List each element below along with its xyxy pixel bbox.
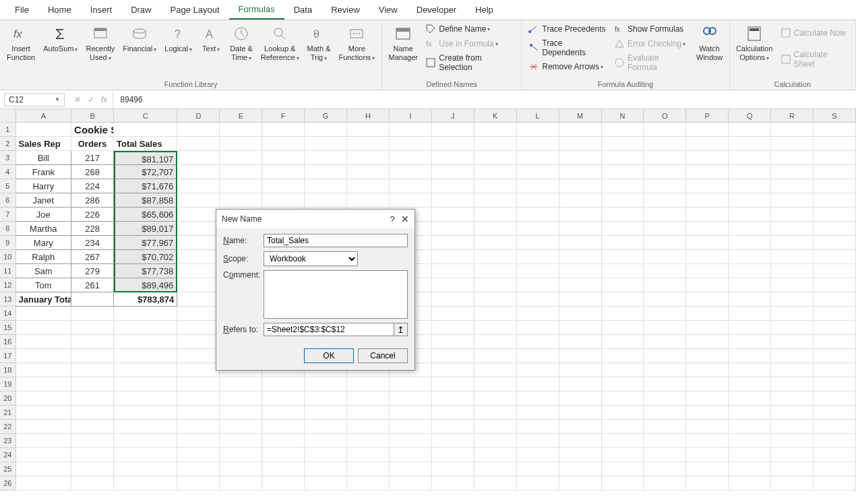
cell[interactable] bbox=[177, 448, 220, 462]
name-box[interactable]: C12 ▼ bbox=[4, 93, 65, 106]
cell[interactable] bbox=[220, 448, 262, 462]
cell[interactable] bbox=[644, 476, 686, 491]
cell[interactable] bbox=[432, 137, 475, 151]
cell[interactable] bbox=[602, 391, 644, 406]
cell[interactable] bbox=[729, 193, 771, 208]
cell[interactable] bbox=[517, 278, 559, 292]
cell[interactable] bbox=[686, 151, 729, 165]
row-header-19[interactable]: 19 bbox=[0, 377, 16, 391]
cell[interactable] bbox=[347, 462, 390, 476]
row-header-6[interactable]: 6 bbox=[0, 193, 16, 208]
cell[interactable] bbox=[644, 193, 686, 208]
cell[interactable] bbox=[559, 448, 602, 462]
cell[interactable] bbox=[475, 292, 517, 307]
menu-tab-review[interactable]: Review bbox=[322, 1, 369, 19]
cell[interactable] bbox=[390, 193, 432, 208]
cell[interactable]: Sam bbox=[16, 264, 72, 278]
cell[interactable]: Bill bbox=[16, 151, 72, 165]
cell[interactable] bbox=[771, 420, 814, 434]
cell[interactable] bbox=[517, 236, 559, 250]
more-functions-button[interactable]: MoreFunctions bbox=[334, 22, 379, 65]
cell[interactable] bbox=[305, 179, 347, 193]
cell[interactable] bbox=[71, 363, 114, 377]
dialog-close-icon[interactable]: ✕ bbox=[401, 214, 409, 224]
cell[interactable] bbox=[559, 462, 602, 476]
cell[interactable] bbox=[177, 476, 220, 491]
cell[interactable] bbox=[559, 250, 602, 264]
cell[interactable] bbox=[559, 123, 602, 137]
cell[interactable] bbox=[517, 335, 559, 349]
cell[interactable] bbox=[814, 151, 856, 165]
cell[interactable] bbox=[602, 307, 644, 321]
cell[interactable] bbox=[814, 448, 856, 462]
cell[interactable] bbox=[475, 363, 517, 377]
column-header-K[interactable]: K bbox=[475, 109, 517, 122]
cell[interactable] bbox=[559, 377, 602, 391]
cell[interactable] bbox=[814, 123, 856, 137]
row-header-8[interactable]: 8 bbox=[0, 222, 16, 236]
cell[interactable] bbox=[220, 377, 262, 391]
define-name-button[interactable]: Define Name bbox=[421, 22, 518, 36]
cell[interactable] bbox=[814, 462, 856, 476]
cell[interactable] bbox=[432, 448, 475, 462]
use-in-formula-button[interactable]: fx Use in Formula bbox=[421, 37, 518, 51]
cell[interactable] bbox=[517, 448, 559, 462]
cell[interactable] bbox=[177, 208, 220, 222]
cell[interactable] bbox=[71, 448, 114, 462]
column-header-O[interactable]: O bbox=[644, 109, 686, 122]
menu-tab-draw[interactable]: Draw bbox=[121, 1, 160, 19]
cell[interactable] bbox=[305, 151, 347, 165]
cell[interactable] bbox=[475, 165, 517, 179]
cell[interactable] bbox=[686, 250, 729, 264]
cell[interactable] bbox=[686, 222, 729, 236]
cell[interactable] bbox=[686, 208, 729, 222]
cell[interactable] bbox=[771, 363, 814, 377]
cell[interactable]: 217 bbox=[71, 151, 114, 165]
column-header-A[interactable]: A bbox=[16, 109, 72, 122]
cell[interactable] bbox=[305, 406, 347, 420]
cell[interactable] bbox=[559, 476, 602, 491]
cell[interactable] bbox=[517, 137, 559, 151]
cell[interactable] bbox=[686, 349, 729, 363]
cell[interactable] bbox=[814, 420, 856, 434]
cell[interactable] bbox=[729, 363, 771, 377]
cell[interactable] bbox=[262, 377, 305, 391]
insert-function-button[interactable]: fx InsertFunction bbox=[3, 22, 39, 65]
cell[interactable] bbox=[71, 292, 114, 307]
autosum-button[interactable]: Σ AutoSum bbox=[39, 22, 82, 56]
calculate-now-button[interactable]: Calculate Now bbox=[776, 26, 853, 40]
cell[interactable] bbox=[771, 406, 814, 420]
math-trig-button[interactable]: θ Math &Trig bbox=[303, 22, 335, 65]
cell[interactable] bbox=[432, 250, 475, 264]
row-header-17[interactable]: 17 bbox=[0, 349, 16, 363]
row-header-10[interactable]: 10 bbox=[0, 250, 16, 264]
cell[interactable] bbox=[602, 137, 644, 151]
scope-field-select[interactable]: Workbook bbox=[264, 251, 358, 266]
cell[interactable] bbox=[517, 179, 559, 193]
select-all-corner[interactable] bbox=[0, 109, 16, 122]
cell[interactable] bbox=[347, 434, 390, 448]
cell[interactable] bbox=[220, 420, 262, 434]
cell[interactable] bbox=[262, 391, 305, 406]
cell[interactable] bbox=[114, 462, 177, 476]
cell[interactable] bbox=[644, 137, 686, 151]
cell[interactable] bbox=[771, 179, 814, 193]
cell[interactable] bbox=[771, 377, 814, 391]
cell[interactable] bbox=[220, 193, 262, 208]
cell[interactable] bbox=[390, 123, 432, 137]
cell[interactable] bbox=[220, 462, 262, 476]
column-header-P[interactable]: P bbox=[686, 109, 729, 122]
cell[interactable] bbox=[305, 123, 347, 137]
cell[interactable] bbox=[517, 193, 559, 208]
cell[interactable] bbox=[432, 264, 475, 278]
cell[interactable] bbox=[814, 292, 856, 307]
cell[interactable] bbox=[220, 151, 262, 165]
cell[interactable] bbox=[432, 307, 475, 321]
calculation-options-button[interactable]: CalculationOptions bbox=[733, 22, 776, 65]
cell[interactable] bbox=[177, 123, 220, 137]
enter-formula-icon[interactable]: ✓ bbox=[88, 95, 94, 104]
cell[interactable] bbox=[16, 377, 72, 391]
cell[interactable] bbox=[602, 406, 644, 420]
row-header-18[interactable]: 18 bbox=[0, 363, 16, 377]
cell[interactable] bbox=[814, 193, 856, 208]
